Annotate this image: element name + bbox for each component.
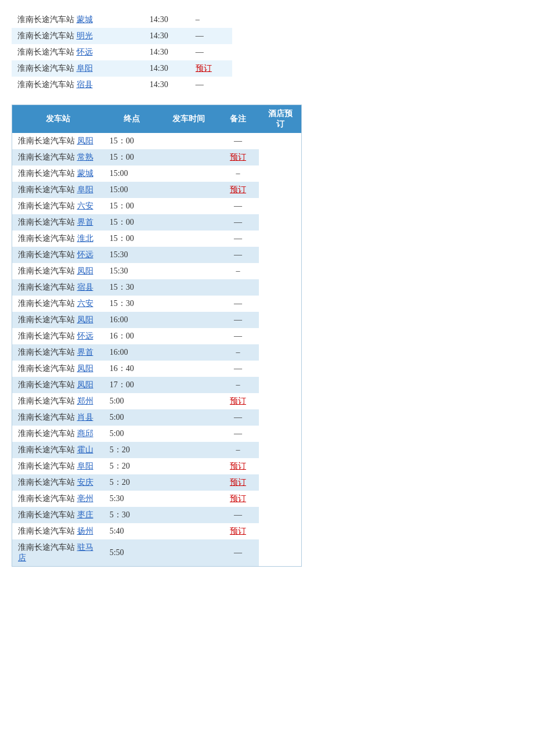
table-row: 淮南长途汽车站 凤阳15:30– — [12, 263, 302, 279]
station-cell: 淮南长途汽车站 界首 — [12, 344, 104, 361]
station-cell: 淮南长途汽车站 明光 — [12, 28, 144, 44]
hotel-cell: — — [217, 296, 259, 312]
dest-link[interactable]: 界首 — [77, 348, 93, 357]
note-cell — [160, 182, 217, 198]
book-link[interactable]: 预订 — [196, 64, 212, 73]
time-cell: 15：00 — [104, 198, 160, 214]
dest-link[interactable]: 六安 — [77, 299, 93, 308]
dest-link[interactable]: 淮北 — [77, 234, 93, 243]
hotel-cell[interactable]: 预订 — [217, 491, 259, 507]
note-cell — [160, 377, 217, 393]
hotel-cell: – — [190, 12, 232, 28]
hotel-cell: — — [217, 539, 259, 567]
note-cell — [160, 133, 217, 149]
time-cell: 15：00 — [104, 149, 160, 165]
hotel-cell[interactable]: 预订 — [190, 60, 232, 77]
table-row: 淮南长途汽车站 六安15：00— — [12, 198, 302, 214]
hotel-cell[interactable]: 预订 — [217, 458, 259, 474]
table-row: 淮南长途汽车站 阜阳15:00预订 — [12, 182, 302, 198]
dest-link[interactable]: 肖县 — [77, 413, 93, 422]
table-row: 淮南长途汽车站 安庆5：20预订 — [12, 474, 302, 491]
note-cell — [160, 426, 217, 442]
time-cell: 14:30 — [144, 12, 190, 28]
dest-link[interactable]: 宿县 — [77, 283, 93, 291]
dest-link[interactable]: 阜阳 — [77, 462, 93, 470]
time-cell: 15:30 — [104, 247, 160, 263]
dest-link[interactable]: 凤阳 — [77, 267, 93, 275]
dest-link[interactable]: 怀远 — [77, 250, 93, 259]
time-cell: 5:00 — [104, 393, 160, 409]
hotel-cell: – — [217, 344, 259, 361]
table-row: 淮南长途汽车站 驻马店5:50— — [12, 539, 302, 567]
dest-link[interactable]: 凤阳 — [77, 136, 93, 145]
dest-link[interactable]: 怀远 — [77, 332, 93, 340]
station-cell: 淮南长途汽车站 驻马店 — [12, 539, 104, 567]
dest-link[interactable]: 郑州 — [77, 397, 93, 405]
dest-link[interactable]: 商邱 — [77, 429, 93, 438]
table-row: 淮南长途汽车站 凤阳16：40— — [12, 361, 302, 377]
station-cell: 淮南长途汽车站 蒙城 — [12, 12, 144, 28]
time-cell: 14:30 — [144, 77, 190, 93]
time-cell: 15:30 — [104, 263, 160, 279]
hotel-cell[interactable]: 预订 — [217, 149, 259, 165]
hotel-cell[interactable]: 预订 — [217, 474, 259, 491]
time-cell: 14:30 — [144, 60, 190, 77]
time-cell: 16：40 — [104, 361, 160, 377]
table-row: 淮南长途汽车站 霍山5：20– — [12, 442, 302, 458]
dest-link[interactable]: 霍山 — [77, 445, 93, 454]
hotel-cell: — — [217, 247, 259, 263]
time-cell: 15:00 — [104, 182, 160, 198]
dest-link[interactable]: 常熟 — [77, 153, 93, 161]
hotel-cell[interactable]: 预订 — [217, 393, 259, 409]
note-cell — [160, 344, 217, 361]
dest-link[interactable]: 凤阳 — [77, 364, 93, 373]
dest-link[interactable]: 宿县 — [77, 80, 93, 89]
book-link[interactable]: 预订 — [230, 494, 246, 503]
hotel-cell[interactable]: 预订 — [217, 182, 259, 198]
top-table-row: 淮南长途汽车站 蒙城14:30– — [12, 12, 232, 28]
dest-link[interactable]: 扬州 — [77, 527, 93, 535]
dest-link[interactable]: 凤阳 — [77, 315, 93, 324]
station-cell: 淮南长途汽车站 扬州 — [12, 523, 104, 539]
dest-link[interactable]: 六安 — [77, 201, 93, 210]
table-row: 淮南长途汽车站 界首16:00– — [12, 344, 302, 361]
dest-link[interactable]: 凤阳 — [77, 380, 93, 389]
top-table-row: 淮南长途汽车站 宿县14:30— — [12, 77, 232, 93]
dest-link[interactable]: 枣庄 — [77, 510, 93, 519]
dest-link[interactable]: 怀远 — [77, 48, 93, 56]
station-cell: 淮南长途汽车站 凤阳 — [12, 263, 104, 279]
book-link[interactable]: 预订 — [230, 527, 246, 535]
hotel-cell[interactable]: 预订 — [217, 523, 259, 539]
dest-link[interactable]: 蒙城 — [77, 169, 93, 178]
time-cell: 15：00 — [104, 231, 160, 247]
dest-link[interactable]: 安庆 — [77, 478, 93, 487]
book-link[interactable]: 预订 — [230, 397, 246, 405]
col-header-hotel: 酒店预订 — [259, 105, 301, 134]
hotel-cell: — — [217, 426, 259, 442]
dest-link[interactable]: 驻马店 — [18, 543, 93, 562]
top-table: 淮南长途汽车站 蒙城14:30–淮南长途汽车站 明光14:30—淮南长途汽车站 … — [12, 12, 232, 93]
dest-link[interactable]: 界首 — [77, 218, 93, 226]
station-cell: 淮南长途汽车站 商邱 — [12, 426, 104, 442]
time-cell: 5：20 — [104, 474, 160, 491]
note-cell — [160, 247, 217, 263]
dest-link[interactable]: 蒙城 — [77, 15, 93, 24]
station-cell: 淮南长途汽车站 安庆 — [12, 474, 104, 491]
dest-link[interactable]: 阜阳 — [77, 185, 93, 194]
hotel-cell: — — [190, 28, 232, 44]
note-cell — [160, 539, 217, 567]
note-cell — [160, 312, 217, 328]
book-link[interactable]: 预订 — [230, 185, 246, 194]
book-link[interactable]: 预订 — [230, 153, 246, 161]
table-row: 淮南长途汽车站 凤阳17：00– — [12, 377, 302, 393]
book-link[interactable]: 预订 — [230, 478, 246, 487]
dest-link[interactable]: 阜阳 — [77, 64, 93, 73]
dest-link[interactable]: 明光 — [77, 31, 93, 40]
note-cell — [160, 231, 217, 247]
book-link[interactable]: 预订 — [230, 462, 246, 470]
col-header-time: 发车时间 — [160, 105, 217, 134]
note-cell — [160, 165, 217, 182]
note-cell — [160, 523, 217, 539]
dest-link[interactable]: 亳州 — [77, 494, 93, 503]
station-cell: 淮南长途汽车站 亳州 — [12, 491, 104, 507]
